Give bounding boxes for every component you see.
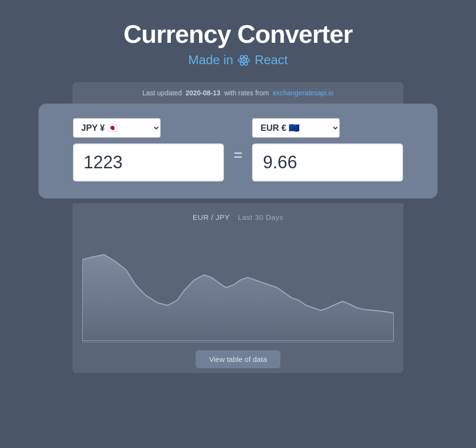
page-subtitle: Made in React [188,53,288,68]
chart-period: Last 30 Days [238,213,284,221]
page-title: Currency Converter [124,19,352,49]
subtitle-prefix: Made in [188,53,234,68]
api-link[interactable]: exchangeratesapi.io [273,89,333,97]
to-currency-col: EUR € 🇪🇺 USD $ 🇺🇸 JPY ¥ 🇯🇵 GBP £ 🇬🇧 [252,118,403,181]
svg-point-0 [243,59,245,61]
rates-from-label: with rates from [224,89,269,97]
chart-section: EUR / JPY Last 30 Days View table of dat… [73,203,403,373]
to-currency-input[interactable] [252,143,403,181]
to-currency-select[interactable]: EUR € 🇪🇺 USD $ 🇺🇸 JPY ¥ 🇯🇵 GBP £ 🇬🇧 [252,118,340,138]
view-table-button[interactable]: View table of data [196,350,281,368]
react-icon [237,54,251,67]
last-updated-date: 2020-08-13 [185,89,220,97]
last-updated-prefix: Last updated [142,89,182,97]
chart-pair: EUR / JPY [193,213,230,221]
from-currency-col: JPY ¥ 🇯🇵 USD $ 🇺🇸 EUR € 🇪🇺 GBP £ 🇬🇧 [73,118,224,181]
converter-row: JPY ¥ 🇯🇵 USD $ 🇺🇸 EUR € 🇪🇺 GBP £ 🇬🇧 = EU… [58,118,418,181]
from-currency-input[interactable] [73,143,224,181]
chart-baseline [82,342,394,342]
chart-container [82,229,394,341]
from-currency-select[interactable]: JPY ¥ 🇯🇵 USD $ 🇺🇸 EUR € 🇪🇺 GBP £ 🇬🇧 [73,118,161,138]
subtitle-suffix: React [255,53,288,68]
info-bar: Last updated 2020-08-13 with rates from … [73,82,403,104]
equals-sign: = [234,146,243,164]
converter-card: JPY ¥ 🇯🇵 USD $ 🇺🇸 EUR € 🇪🇺 GBP £ 🇬🇧 = EU… [38,104,438,198]
chart-label: EUR / JPY Last 30 Days [82,213,394,221]
